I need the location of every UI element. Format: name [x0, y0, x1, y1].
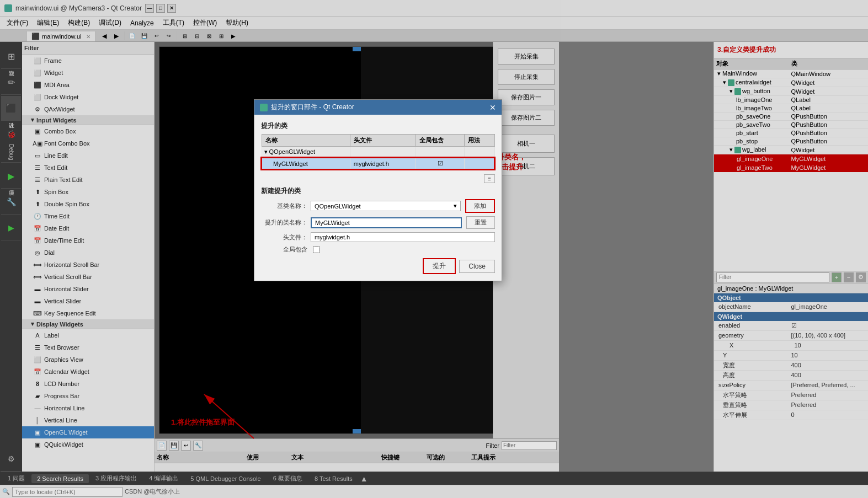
menu-build[interactable]: 构建(B): [63, 17, 94, 30]
minimize-button[interactable]: —: [145, 4, 154, 13]
prop-add-btn[interactable]: +: [832, 272, 842, 282]
bottom-tab-qml[interactable]: 5 QML Debugger Console: [185, 474, 266, 483]
bottom-tab-app-output[interactable]: 3 应用程序输出: [90, 473, 142, 484]
close-button-modal[interactable]: Close: [459, 260, 495, 273]
resize-handle-top[interactable]: [353, 47, 360, 51]
sidebar-projects[interactable]: ▶: [1, 166, 21, 186]
widget-item-keyseqedit[interactable]: ⌨ Key Sequence Edit: [22, 307, 154, 319]
widget-item-calendarwidget[interactable]: 📅 Calendar Widget: [22, 366, 154, 378]
prop-row-geometry[interactable]: geometry [(10, 10), 400 x 400]: [714, 331, 868, 341]
widget-item-lcdnumber[interactable]: 8 LCD Number: [22, 378, 154, 390]
prop-settings-btn[interactable]: ⚙: [856, 272, 866, 282]
widget-item-vline[interactable]: │ Vertical Line: [22, 414, 154, 426]
widget-item-hline[interactable]: — Horizontal Line: [22, 402, 154, 414]
prop-row-width[interactable]: 宽度 400: [714, 361, 868, 371]
action-toolbar-btn2[interactable]: 💾: [169, 441, 179, 451]
promoted-row-base[interactable]: ▾ QOpenGLWidget: [262, 147, 494, 158]
promoted-row-mygl[interactable]: MyGLWidget myglwidget.h ☑: [262, 158, 494, 169]
action-toolbar-btn1[interactable]: 📄: [157, 441, 167, 451]
sidebar-debug2[interactable]: ▶: [1, 218, 21, 238]
menu-edit[interactable]: 编辑(E): [33, 17, 63, 30]
prop-row-x[interactable]: X 10: [714, 341, 868, 351]
widget-item-plaintextedit[interactable]: ☰ Plain Text Edit: [22, 174, 154, 186]
tree-row-pbsavetwo[interactable]: pb_saveTwo QPushButton: [714, 121, 868, 129]
toolbar-btn1[interactable]: 📄: [127, 30, 138, 41]
toolbar-align3[interactable]: ⊠: [204, 30, 215, 41]
tree-row-lbimagetwo[interactable]: lb_imageTwo QLabel: [714, 104, 868, 113]
widget-item-hslider[interactable]: ▬ Horizontal Slider: [22, 283, 154, 295]
sidebar-analyze[interactable]: 🔧: [1, 192, 21, 212]
toolbar-preview[interactable]: ▶: [228, 30, 239, 41]
file-tab-mainwindow[interactable]: ⬛ mainwindow.ui ✕: [26, 31, 95, 41]
prop-row-hpolicy[interactable]: 水平策略 Preferred: [714, 390, 868, 400]
widget-item-datetimeedit[interactable]: 📅 Date/Time Edit: [22, 234, 154, 247]
btn-stop-capture[interactable]: 停止采集: [498, 69, 555, 85]
tree-row-lbimageone[interactable]: lb_imageOne QLabel: [714, 96, 868, 104]
action-toolbar-btn4[interactable]: 🔧: [193, 441, 203, 451]
widget-item-openglwidget[interactable]: ▣ OpenGL Widget: [22, 426, 154, 438]
sidebar-edit[interactable]: ✏: [1, 72, 21, 92]
widget-item-textbrowser[interactable]: ☰ Text Browser: [22, 341, 154, 354]
widget-item-dateedit[interactable]: 📅 Date Edit: [22, 222, 154, 234]
prop-row-sizepolicy[interactable]: sizePolicy [Preferred, Preferred, ...: [714, 381, 868, 390]
menu-debug[interactable]: 调试(D): [94, 17, 126, 30]
search-input[interactable]: [12, 487, 123, 497]
toolbar-align[interactable]: ⊞: [179, 30, 190, 41]
menu-controls[interactable]: 控件(W): [189, 17, 221, 30]
tree-row-centralwidget[interactable]: ▾ centralwidget QWidget: [714, 78, 868, 87]
widget-item-combobox[interactable]: ▣ Combo Box: [22, 125, 154, 137]
bottom-tab-test[interactable]: 8 Test Results: [309, 474, 358, 483]
promote-button[interactable]: 提升: [423, 258, 456, 274]
toolbar-btn3[interactable]: ↩: [151, 30, 162, 41]
tree-row-wgbutton[interactable]: ▾ wg_button QWidget: [714, 87, 868, 96]
widget-item-dockwidget[interactable]: ⬜ Dock Widget: [22, 91, 154, 103]
add-button[interactable]: 添加: [465, 199, 495, 213]
widget-item-timeedit[interactable]: 🕐 Time Edit: [22, 210, 154, 222]
toolbar-forward[interactable]: ▶: [111, 30, 122, 41]
widget-item-lineedit[interactable]: ▭ Line Edit: [22, 149, 154, 162]
widget-item-qaxwidget[interactable]: ⚙ QAxWidget: [22, 103, 154, 115]
prop-row-height[interactable]: 高度 400: [714, 371, 868, 381]
header-file-input[interactable]: [311, 232, 495, 242]
widget-item-widget[interactable]: ⬜ Widget: [22, 67, 154, 79]
btn-camera-one[interactable]: 相机一: [498, 135, 555, 153]
menu-analyze[interactable]: Analyze: [126, 17, 158, 30]
prop-row-hstretch[interactable]: 水平伸展 0: [714, 410, 868, 420]
reset-button[interactable]: 重置: [466, 216, 495, 229]
prop-row-vpolicy[interactable]: 垂直策略 Preferred: [714, 400, 868, 410]
btn-camera-two[interactable]: 相机二: [498, 157, 555, 175]
tree-row-pbstop[interactable]: pb_stop QPushButton: [714, 137, 868, 146]
widget-item-spinbox[interactable]: ⬆ Spin Box: [22, 186, 154, 198]
widget-item-label[interactable]: A Label: [22, 329, 154, 341]
table-collapse-btn[interactable]: ≡: [484, 174, 495, 183]
widget-item-progressbar[interactable]: ▰ Progress Bar: [22, 390, 154, 402]
global-include-checkbox[interactable]: [313, 246, 320, 253]
bottom-tab-summary[interactable]: 6 概要信息: [268, 473, 308, 484]
filter-input-action[interactable]: [502, 441, 557, 450]
widget-item-frame[interactable]: ⬜ Frame: [22, 55, 154, 67]
widget-item-qquickwidget[interactable]: ▣ QQuickWidget: [22, 438, 154, 451]
toolbar-align2[interactable]: ⊟: [191, 30, 203, 41]
widget-item-graphicsview[interactable]: ⬜ Graphics View: [22, 354, 154, 366]
tree-row-wglabel[interactable]: ▾ wg_label QWidget: [714, 146, 868, 154]
btn-save-image-two[interactable]: 保存图片二: [498, 110, 555, 126]
tree-row-pbsaveone[interactable]: pb_saveOne QPushButton: [714, 113, 868, 121]
prop-remove-btn[interactable]: −: [844, 272, 854, 282]
toolbar-back[interactable]: ◀: [99, 30, 110, 41]
file-tab-close[interactable]: ✕: [86, 34, 90, 40]
bottom-tab-compile[interactable]: 4 编译输出: [143, 473, 184, 484]
widget-item-doublespinbox[interactable]: ⬆ Double Spin Box: [22, 198, 154, 210]
promoted-class-input[interactable]: [311, 217, 462, 228]
tree-row-mainwindow[interactable]: ▾ MainWindow QMainWindow: [714, 69, 868, 78]
modal-close-btn[interactable]: ✕: [489, 103, 496, 112]
menu-file[interactable]: 文件(F): [2, 17, 33, 30]
maximize-button[interactable]: □: [156, 4, 165, 13]
prop-row-enabled[interactable]: enabled ☑: [714, 321, 868, 331]
btn-save-image-one[interactable]: 保存图片一: [498, 89, 555, 105]
toolbar-grid[interactable]: ⊞: [216, 30, 227, 41]
section-display-widgets[interactable]: ▾ Display Widgets: [22, 319, 154, 329]
menu-help[interactable]: 帮助(H): [221, 17, 253, 30]
widget-item-vscrollbar[interactable]: ⟺ Vertical Scroll Bar: [22, 271, 154, 283]
sidebar-debug[interactable]: 🐞: [1, 124, 21, 144]
widget-item-mdiarea[interactable]: ⬛ MDI Area: [22, 79, 154, 91]
